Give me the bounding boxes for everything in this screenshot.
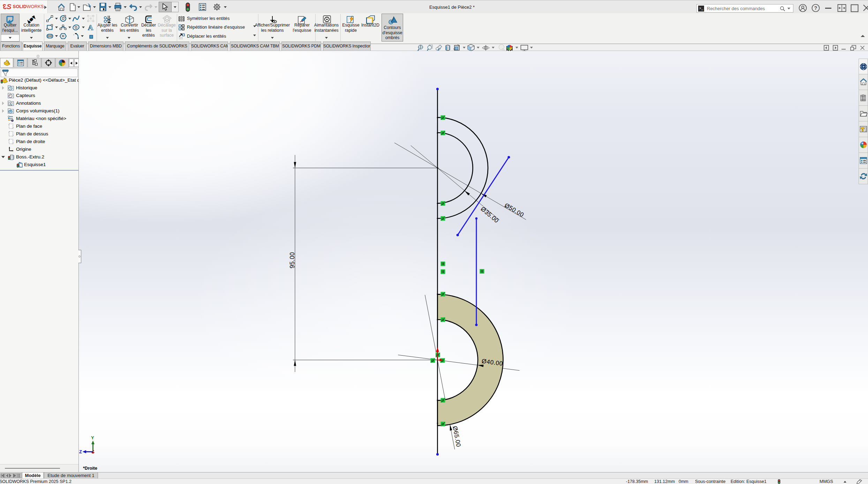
- svg-text:Y: Y: [91, 435, 94, 440]
- svg-text:Z: Z: [79, 449, 82, 454]
- svg-text:Ø65.00: Ø65.00: [451, 425, 462, 448]
- svg-text:Ø50.00: Ø50.00: [503, 202, 525, 218]
- svg-text:Ø35.00: Ø35.00: [480, 205, 500, 224]
- svg-text:95.00: 95.00: [289, 252, 296, 268]
